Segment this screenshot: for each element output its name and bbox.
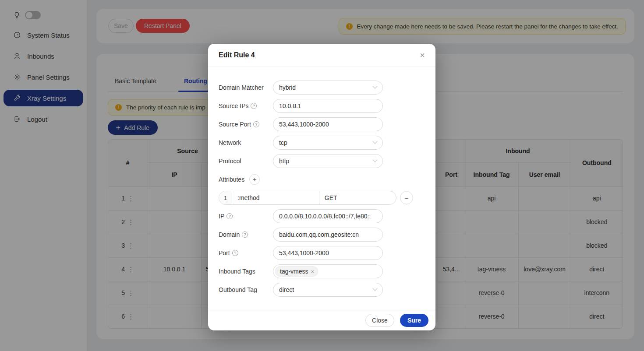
- remove-attribute-button[interactable]: −: [400, 191, 413, 204]
- close-icon[interactable]: ×: [420, 51, 425, 60]
- question-icon[interactable]: ?: [226, 213, 233, 219]
- port-input[interactable]: [273, 246, 383, 260]
- question-icon[interactable]: ?: [253, 121, 259, 127]
- field-label: Port: [219, 249, 230, 256]
- modal-body: Domain Matcher hybrid Source IPs? Source…: [208, 67, 435, 297]
- tag-chip: tag-vmess ×: [275, 266, 318, 277]
- add-attribute-button[interactable]: +: [249, 174, 260, 185]
- attribute-value-input[interactable]: [319, 191, 396, 204]
- field-inbound-tags: Inbound Tags tag-vmess ×: [219, 264, 425, 278]
- field-label: Protocol: [219, 158, 273, 165]
- close-button[interactable]: Close: [365, 314, 394, 327]
- chevron-down-icon: [372, 139, 377, 144]
- field-label: Inbound Tags: [219, 268, 273, 275]
- sure-button[interactable]: Sure: [400, 314, 428, 327]
- attribute-input-group: 1: [219, 191, 396, 205]
- outbound-tag-select[interactable]: direct: [273, 283, 383, 297]
- selected-value: http: [279, 158, 289, 165]
- tag-label: tag-vmess: [280, 268, 308, 275]
- protocol-select[interactable]: http: [273, 154, 383, 168]
- source-ips-input[interactable]: [273, 99, 383, 113]
- selected-value: hybrid: [279, 84, 296, 91]
- tag-remove-icon[interactable]: ×: [311, 269, 315, 274]
- modal-footer: Close Sure: [208, 310, 435, 330]
- field-label: IP: [219, 213, 224, 220]
- edit-rule-modal: Edit Rule 4 × Domain Matcher hybrid Sour…: [208, 44, 435, 330]
- attribute-key-input[interactable]: [232, 191, 319, 204]
- field-label: Domain: [219, 231, 240, 238]
- field-attributes: Attributes +: [219, 172, 425, 186]
- question-icon[interactable]: ?: [251, 103, 257, 109]
- chevron-down-icon: [372, 286, 377, 291]
- chevron-down-icon: [372, 158, 377, 162]
- field-label: Domain Matcher: [219, 84, 273, 91]
- modal-title: Edit Rule 4: [219, 51, 255, 59]
- selected-value: direct: [279, 286, 294, 293]
- attribute-index: 1: [219, 191, 232, 204]
- field-label: Attributes: [219, 176, 244, 183]
- inbound-tags-input[interactable]: tag-vmess ×: [273, 264, 383, 278]
- attribute-row: 1 −: [219, 191, 425, 205]
- field-outbound-tag: Outbound Tag direct: [219, 283, 425, 297]
- question-icon[interactable]: ?: [242, 232, 248, 238]
- selected-value: tcp: [279, 139, 287, 146]
- field-label: Source IPs: [219, 102, 248, 109]
- field-label: Network: [219, 139, 273, 146]
- chevron-down-icon: [372, 84, 377, 89]
- network-select[interactable]: tcp: [273, 136, 383, 150]
- ip-input[interactable]: [273, 209, 383, 223]
- field-domain: Domain?: [219, 228, 425, 242]
- field-protocol: Protocol http: [219, 154, 425, 168]
- field-source-port: Source Port?: [219, 117, 425, 131]
- field-port: Port?: [219, 246, 425, 260]
- field-source-ips: Source IPs?: [219, 99, 425, 113]
- field-network: Network tcp: [219, 136, 425, 150]
- field-label: Outbound Tag: [219, 286, 273, 293]
- field-label: Source Port: [219, 121, 251, 128]
- field-domain-matcher: Domain Matcher hybrid: [219, 81, 425, 95]
- field-ip: IP?: [219, 209, 425, 223]
- source-port-input[interactable]: [273, 117, 383, 131]
- modal-header: Edit Rule 4 ×: [208, 44, 435, 67]
- domain-input[interactable]: [273, 228, 383, 242]
- question-icon[interactable]: ?: [232, 250, 238, 256]
- domain-matcher-select[interactable]: hybrid: [273, 81, 383, 95]
